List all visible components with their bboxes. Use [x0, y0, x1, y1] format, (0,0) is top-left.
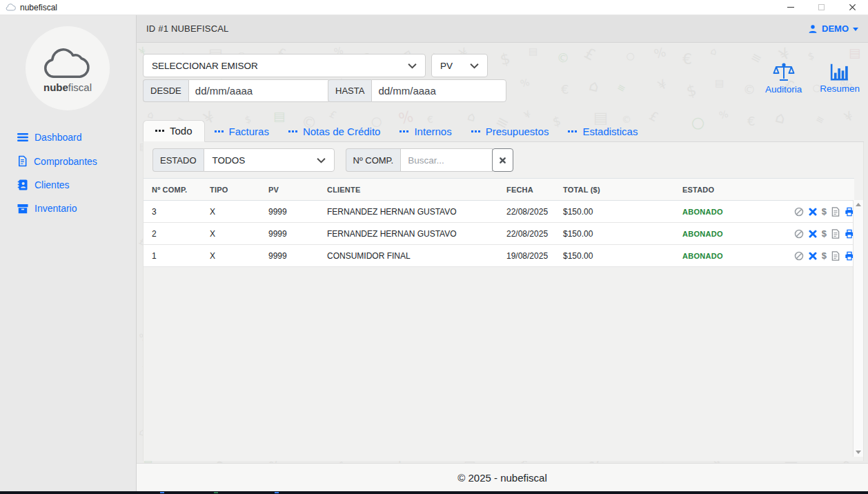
- delete-action-button[interactable]: [809, 252, 817, 260]
- cell-estado: ABONADO: [682, 208, 723, 216]
- comp-search-input[interactable]: [401, 155, 492, 166]
- col-actions: [776, 179, 854, 201]
- table-row[interactable]: 3 X 9999 FERNANDEZ HERNAN GUSTAVO 22/08/…: [144, 201, 854, 223]
- tab-todo[interactable]: Todo: [143, 120, 205, 142]
- sidebar-nav: Dashboard Comprobantes: [0, 126, 136, 220]
- sidebar-item-label: Dashboard: [34, 132, 82, 143]
- window-controls: [775, 0, 868, 14]
- sidebar-item-label: Comprobantes: [34, 156, 97, 167]
- quick-actions: Auditoria Resumen: [765, 63, 860, 95]
- auditoria-button[interactable]: Auditoria: [765, 63, 802, 95]
- close-button[interactable]: [837, 0, 868, 14]
- document-action-button[interactable]: [831, 207, 840, 217]
- col-cliente: CLIENTE: [324, 179, 504, 201]
- estado-filter-group: ESTADO TODOS: [152, 148, 335, 172]
- x-icon: [809, 208, 817, 216]
- clear-search-button[interactable]: [492, 148, 513, 172]
- document-action-button[interactable]: [831, 251, 840, 261]
- document-icon: [17, 155, 28, 167]
- tab-panel: ESTADO TODOS Nº COMP.: [143, 142, 864, 461]
- dollar-icon: $: [822, 206, 827, 217]
- hasta-date-input[interactable]: [378, 85, 515, 97]
- cell-ncomp: 3: [144, 201, 207, 223]
- window-titlebar: nubefiscal: [0, 0, 868, 15]
- table-row[interactable]: 1 X 9999 CONSUMIDOR FINAL 19/08/2025 $15…: [144, 245, 854, 267]
- cell-pv: 9999: [266, 201, 324, 223]
- scales-icon: [773, 63, 795, 82]
- tab-presupuestos[interactable]: Presupuestos: [462, 121, 559, 142]
- col-tipo: TIPO: [207, 179, 266, 201]
- cell-total: $150.00: [560, 201, 680, 223]
- desde-date-input[interactable]: [195, 85, 333, 97]
- cell-ncomp: 1: [144, 245, 207, 267]
- tab-estadisticas[interactable]: Estadisticas: [558, 121, 647, 142]
- dots-icon: [568, 130, 577, 132]
- maximize-button[interactable]: [806, 0, 837, 14]
- payment-action-button[interactable]: $: [822, 228, 827, 239]
- cell-estado: ABONADO: [682, 252, 723, 260]
- cell-cliente: FERNANDEZ HERNAN GUSTAVO: [324, 223, 504, 245]
- estado-select[interactable]: TODOS: [204, 148, 335, 172]
- dots-icon: [155, 130, 164, 132]
- tab-facturas[interactable]: Facturas: [205, 121, 279, 142]
- tab-internos[interactable]: Internos: [390, 121, 461, 142]
- list-filterbar: ESTADO TODOS Nº COMP.: [144, 142, 863, 178]
- dots-icon: [215, 130, 224, 132]
- scroll-up-icon[interactable]: [856, 203, 861, 206]
- pv-select[interactable]: PV: [431, 54, 488, 77]
- contacts-icon: [17, 179, 28, 190]
- desde-label: DESDE: [143, 79, 188, 102]
- cell-tipo: X: [207, 223, 266, 245]
- file-icon: [831, 207, 840, 217]
- minimize-button[interactable]: [775, 0, 806, 14]
- chevron-down-icon: [470, 63, 479, 69]
- resumen-label: Resumen: [820, 83, 860, 94]
- emisor-select-value: SELECCIONAR EMISOR: [152, 61, 258, 71]
- estado-label: ESTADO: [152, 148, 204, 172]
- pv-select-value: PV: [440, 61, 453, 71]
- sidebar-item-label: Inventario: [34, 203, 77, 214]
- user-icon: [808, 24, 818, 34]
- close-icon: [849, 3, 856, 11]
- void-action-button[interactable]: [794, 207, 804, 217]
- delete-action-button[interactable]: [809, 230, 817, 238]
- vertical-scrollbar[interactable]: [853, 200, 863, 457]
- sidebar-item-clientes[interactable]: Clientes: [0, 173, 136, 197]
- sidebar-item-inventario[interactable]: Inventario: [0, 197, 136, 220]
- table-row[interactable]: 2 X 9999 FERNANDEZ HERNAN GUSTAVO 22/08/…: [144, 223, 854, 245]
- resumen-button[interactable]: Resumen: [820, 63, 860, 95]
- x-icon: [809, 230, 817, 238]
- page-header: ID #1 NUBEFISCAL DEMO: [137, 15, 868, 43]
- sidebar-item-dashboard[interactable]: Dashboard: [0, 126, 136, 149]
- payment-action-button[interactable]: $: [822, 206, 827, 217]
- maximize-icon: [818, 4, 825, 10]
- window-title: nubefiscal: [20, 3, 57, 12]
- cloud-logo-icon: [41, 44, 94, 80]
- desde-date-group: DESDE: [143, 79, 331, 102]
- hasta-label: HASTA: [328, 79, 371, 102]
- chevron-down-icon: [408, 63, 417, 69]
- void-action-button[interactable]: [794, 229, 804, 239]
- close-icon: [499, 157, 506, 164]
- cell-fecha: 19/08/2025: [504, 245, 560, 267]
- sidebar-item-comprobantes[interactable]: Comprobantes: [0, 149, 136, 173]
- col-ncomp: Nº COMP.: [144, 179, 207, 201]
- content-area: ¥$▤©£○%€⌂≡¥$▤©£○%€⌂≡¥$▤©£○%€⌂≡¥$▤©£○%€⌂≡…: [137, 43, 868, 463]
- chevron-down-icon: [853, 28, 858, 31]
- sidebar: nubefiscal Dashboard Comprobantes: [0, 15, 137, 491]
- dots-icon: [288, 130, 297, 132]
- box-icon: [17, 204, 28, 214]
- document-action-button[interactable]: [831, 229, 840, 239]
- payment-action-button[interactable]: $: [822, 250, 827, 261]
- emisor-select[interactable]: SELECCIONAR EMISOR: [143, 54, 426, 77]
- chevron-down-icon: [317, 157, 326, 164]
- user-menu[interactable]: DEMO: [808, 23, 858, 34]
- scroll-down-icon[interactable]: [856, 451, 861, 454]
- void-action-button[interactable]: [794, 251, 804, 261]
- cell-fecha: 22/08/2025: [504, 223, 560, 245]
- desde-date-input-box: [188, 79, 331, 102]
- tab-notas-de-credito[interactable]: Notas de Crédito: [279, 121, 391, 142]
- comprobantes-table: Nº COMP. TIPO PV CLIENTE FECHA TOTAL ($)…: [144, 178, 854, 267]
- delete-action-button[interactable]: [809, 208, 817, 216]
- cell-cliente: FERNANDEZ HERNAN GUSTAVO: [324, 201, 504, 223]
